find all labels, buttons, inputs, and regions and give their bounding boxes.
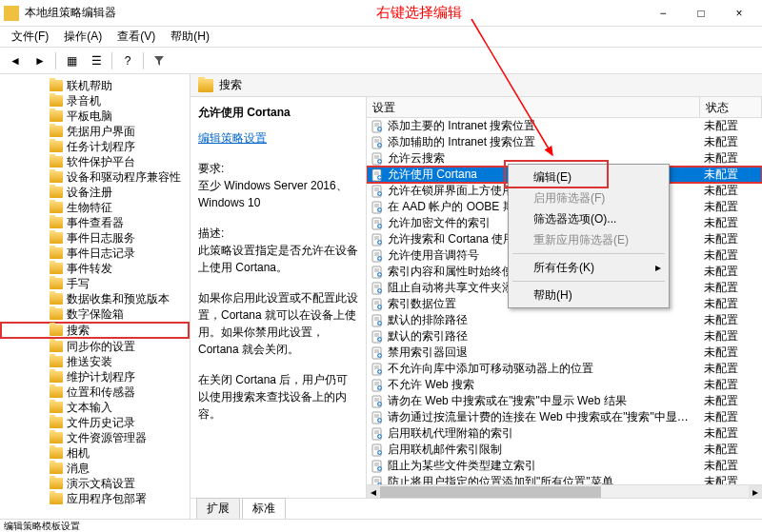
context-menu-label: 所有任务(K) [533, 260, 594, 276]
context-menu-item[interactable]: 筛选器选项(O)... [511, 208, 667, 229]
setting-label: 请勿通过按流量计费的连接在 Web 中搜索或在"搜索"中显… [388, 409, 689, 425]
back-button[interactable]: ◄ [4, 50, 27, 71]
menu-action[interactable]: 操作(A) [56, 27, 110, 47]
folder-icon [50, 447, 63, 459]
policy-icon [371, 152, 384, 166]
content-header-title: 搜索 [219, 77, 242, 93]
tree-item[interactable]: 事件日志服务 [0, 230, 190, 246]
tree-panel[interactable]: 联机帮助录音机平板电脑凭据用户界面任务计划程序软件保护平台设备和驱动程序兼容性设… [0, 74, 190, 519]
scroll-right-icon[interactable]: ▸ [749, 485, 762, 499]
edit-policy-link[interactable]: 编辑策略设置 [198, 131, 267, 145]
tree-item[interactable]: 文件历史记录 [0, 415, 190, 430]
desc-label: 描述: [198, 225, 358, 242]
menu-view[interactable]: 查看(V) [110, 27, 163, 47]
tree-item[interactable]: 手写 [0, 276, 190, 291]
list-row[interactable]: 启用联机代理附箱的索引未配置 [367, 425, 762, 442]
tree-item[interactable]: 演示文稿设置 [0, 476, 190, 491]
tree-item[interactable]: 软件保护平台 [0, 154, 190, 169]
tree-item-label: 任务计划程序 [67, 139, 135, 155]
folder-icon [50, 432, 63, 443]
tree-item-label: 推送安装 [67, 354, 112, 370]
scroll-left-icon[interactable]: ◂ [367, 485, 380, 499]
tree-item[interactable]: 联机帮助 [0, 78, 190, 93]
close-button[interactable]: × [720, 1, 758, 26]
list-row[interactable]: 启用联机邮件索引限制未配置 [367, 442, 762, 458]
state-label: 未配置 [700, 474, 762, 484]
tree-item[interactable]: 数据收集和预览版本 [0, 291, 190, 306]
tree-item[interactable]: 事件转发 [0, 261, 190, 276]
setting-label: 不允许向库中添加可移动驱动器上的位置 [388, 361, 593, 377]
setting-label: 启用联机代理附箱的索引 [388, 425, 513, 442]
maximize-button[interactable]: □ [682, 1, 720, 26]
setting-label: 添加主要的 Intranet 搜索位置 [388, 118, 535, 134]
list-row[interactable]: 请勿在 Web 中搜索或在"搜索"中显示 Web 结果未配置 [367, 393, 762, 409]
tree-item[interactable]: 维护计划程序 [0, 369, 190, 384]
list-row[interactable]: 默认的索引路径未配置 [367, 328, 762, 345]
setting-label: 防止将用户指定的位置添加到"所有位置"菜单 [388, 474, 613, 484]
context-menu-label: 筛选器选项(O)... [533, 211, 616, 227]
menu-separator [512, 281, 665, 282]
tree-item[interactable]: 设备和驱动程序兼容性 [0, 169, 190, 185]
tree-item[interactable]: 平板电脑 [0, 108, 190, 124]
tree-item[interactable]: 相机 [0, 445, 190, 461]
folder-icon [50, 263, 63, 274]
tree-item[interactable]: 应用程序包部署 [0, 491, 190, 506]
context-menu-item[interactable]: 所有任务(K)▸ [511, 257, 667, 278]
titlebar: 本地组策略编辑器 − □ × [0, 0, 762, 27]
tree-item-label: 相机 [67, 445, 90, 462]
filter-button[interactable] [148, 50, 170, 71]
scroll-thumb[interactable] [380, 486, 601, 498]
menu-help[interactable]: 帮助(H) [163, 27, 217, 47]
context-menu-item[interactable]: 编辑(E) [511, 167, 667, 187]
setting-label: 允许加密文件的索引 [388, 215, 491, 231]
folder-icon [50, 325, 63, 336]
details-button[interactable]: ▦ [60, 50, 83, 71]
context-menu-item[interactable]: 帮助(H) [511, 285, 667, 305]
col-setting[interactable]: 设置 [367, 97, 700, 117]
tree-item[interactable]: 事件查看器 [0, 215, 190, 230]
col-state[interactable]: 状态 [700, 97, 762, 117]
tree-item[interactable]: 生物特征 [0, 200, 190, 215]
tree-item[interactable]: 搜索 [0, 322, 190, 339]
list-row[interactable]: 禁用索引器回退未配置 [367, 345, 762, 361]
list-row[interactable]: 防止将用户指定的位置添加到"所有位置"菜单未配置 [367, 474, 762, 484]
menu-file[interactable]: 文件(F) [4, 27, 56, 47]
tree-item[interactable]: 事件日志记录 [0, 246, 190, 261]
tree-item[interactable]: 任务计划程序 [0, 139, 190, 154]
tab-extended[interactable]: 扩展 [196, 498, 240, 519]
tree-item[interactable]: 位置和传感器 [0, 384, 190, 400]
state-label: 未配置 [700, 134, 762, 150]
state-label: 未配置 [700, 264, 762, 280]
tree-item-label: 设备注册 [67, 185, 112, 201]
help-button[interactable]: ? [116, 50, 139, 71]
list-button[interactable]: ☰ [85, 50, 108, 71]
tree-item[interactable]: 凭据用户界面 [0, 124, 190, 139]
tree-item[interactable]: 文件资源管理器 [0, 430, 190, 445]
tree-item[interactable]: 设备注册 [0, 185, 190, 200]
list-row[interactable]: 默认的排除路径未配置 [367, 312, 762, 328]
list-row[interactable]: 请勿通过按流量计费的连接在 Web 中搜索或在"搜索"中显…未配置 [367, 409, 762, 425]
tree-item-label: 软件保护平台 [67, 154, 135, 170]
policy-icon [371, 330, 384, 344]
list-row[interactable]: 添加辅助的 Intranet 搜索位置未配置 [367, 134, 762, 150]
tree-item[interactable]: 数字保险箱 [0, 306, 190, 322]
setting-label: 允许使用 Cortana [388, 167, 477, 183]
list-row[interactable]: 添加主要的 Intranet 搜索位置未配置 [367, 118, 762, 134]
folder-icon [198, 79, 213, 92]
minimize-button[interactable]: − [644, 1, 682, 26]
state-label: 未配置 [700, 183, 762, 199]
list-row[interactable]: 不允许 Web 搜索未配置 [367, 377, 762, 393]
tree-item[interactable]: 消息 [0, 461, 190, 476]
tree-item[interactable]: 推送安装 [0, 354, 190, 369]
tree-item[interactable]: 同步你的设置 [0, 339, 190, 354]
tree-item[interactable]: 录音机 [0, 93, 190, 108]
tab-standard[interactable]: 标准 [242, 498, 286, 519]
policy-icon [371, 379, 384, 392]
policy-icon [371, 395, 384, 408]
list-row[interactable]: 不允许向库中添加可移动驱动器上的位置未配置 [367, 361, 762, 377]
list-row[interactable]: 阻止为某些文件类型建立索引未配置 [367, 458, 762, 474]
forward-button[interactable]: ► [29, 50, 51, 71]
folder-icon [50, 463, 63, 474]
tree-item[interactable]: 文本输入 [0, 400, 190, 415]
h-scrollbar[interactable]: ◂ ▸ [367, 484, 762, 498]
